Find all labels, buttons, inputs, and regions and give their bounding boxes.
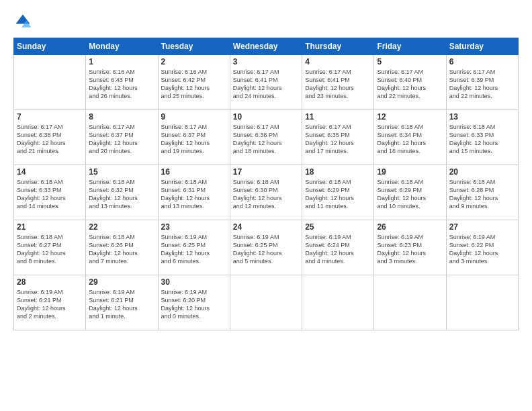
day-number: 24 (233, 222, 299, 232)
day-info: Sunrise: 6:18 AM Sunset: 6:29 PM Dayligh… (305, 178, 371, 211)
day-info: Sunrise: 6:19 AM Sunset: 6:24 PM Dayligh… (305, 233, 371, 266)
day-number: 2 (161, 57, 227, 66)
day-number: 25 (305, 222, 371, 232)
calendar-cell: 21Sunrise: 6:18 AM Sunset: 6:27 PM Dayli… (14, 220, 86, 275)
day-info: Sunrise: 6:18 AM Sunset: 6:32 PM Dayligh… (89, 178, 154, 211)
day-number: 16 (161, 167, 227, 177)
day-info: Sunrise: 6:19 AM Sunset: 6:20 PM Dayligh… (161, 288, 227, 321)
calendar-cell: 25Sunrise: 6:19 AM Sunset: 6:24 PM Dayli… (302, 220, 374, 275)
day-number: 13 (449, 112, 515, 122)
calendar-cell: 22Sunrise: 6:18 AM Sunset: 6:26 PM Dayli… (86, 220, 158, 275)
calendar-cell: 11Sunrise: 6:17 AM Sunset: 6:35 PM Dayli… (302, 110, 374, 165)
calendar-cell: 4Sunrise: 6:17 AM Sunset: 6:41 PM Daylig… (302, 55, 374, 110)
day-info: Sunrise: 6:17 AM Sunset: 6:40 PM Dayligh… (377, 68, 443, 101)
day-number: 23 (161, 222, 227, 232)
day-info: Sunrise: 6:17 AM Sunset: 6:36 PM Dayligh… (233, 123, 299, 156)
day-number: 20 (449, 167, 515, 177)
day-number: 7 (17, 112, 83, 122)
calendar-cell: 14Sunrise: 6:18 AM Sunset: 6:33 PM Dayli… (14, 165, 86, 220)
weekday-header: Monday (86, 38, 158, 55)
calendar-header-row: SundayMondayTuesdayWednesdayThursdayFrid… (14, 38, 519, 55)
calendar-table: SundayMondayTuesdayWednesdayThursdayFrid… (13, 38, 519, 330)
calendar-cell: 17Sunrise: 6:18 AM Sunset: 6:30 PM Dayli… (230, 165, 302, 220)
day-info: Sunrise: 6:18 AM Sunset: 6:30 PM Dayligh… (233, 178, 299, 211)
calendar-cell: 12Sunrise: 6:18 AM Sunset: 6:34 PM Dayli… (374, 110, 446, 165)
calendar-cell (446, 275, 518, 330)
calendar-cell: 30Sunrise: 6:19 AM Sunset: 6:20 PM Dayli… (158, 275, 230, 330)
day-info: Sunrise: 6:17 AM Sunset: 6:35 PM Dayligh… (305, 123, 371, 156)
calendar-cell: 24Sunrise: 6:19 AM Sunset: 6:25 PM Dayli… (230, 220, 302, 275)
calendar-cell: 13Sunrise: 6:18 AM Sunset: 6:33 PM Dayli… (446, 110, 518, 165)
day-number: 8 (89, 112, 154, 122)
day-number: 12 (377, 112, 443, 122)
day-info: Sunrise: 6:18 AM Sunset: 6:26 PM Dayligh… (89, 233, 154, 266)
day-number: 29 (89, 277, 154, 287)
day-info: Sunrise: 6:18 AM Sunset: 6:34 PM Dayligh… (377, 123, 443, 156)
day-number: 15 (89, 167, 154, 177)
day-number: 5 (377, 57, 443, 66)
calendar-cell (374, 275, 446, 330)
calendar-cell: 2Sunrise: 6:16 AM Sunset: 6:42 PM Daylig… (158, 55, 230, 110)
day-info: Sunrise: 6:19 AM Sunset: 6:25 PM Dayligh… (161, 233, 227, 266)
day-number: 18 (305, 167, 371, 177)
day-info: Sunrise: 6:19 AM Sunset: 6:25 PM Dayligh… (233, 233, 299, 266)
calendar-cell: 18Sunrise: 6:18 AM Sunset: 6:29 PM Dayli… (302, 165, 374, 220)
logo (13, 12, 35, 31)
calendar-cell: 16Sunrise: 6:18 AM Sunset: 6:31 PM Dayli… (158, 165, 230, 220)
calendar-cell: 20Sunrise: 6:18 AM Sunset: 6:28 PM Dayli… (446, 165, 518, 220)
calendar-cell (230, 275, 302, 330)
calendar-cell: 23Sunrise: 6:19 AM Sunset: 6:25 PM Dayli… (158, 220, 230, 275)
day-number: 4 (305, 57, 371, 66)
day-number: 22 (89, 222, 154, 232)
calendar-cell: 15Sunrise: 6:18 AM Sunset: 6:32 PM Dayli… (86, 165, 158, 220)
day-info: Sunrise: 6:17 AM Sunset: 6:39 PM Dayligh… (449, 68, 515, 101)
calendar-cell: 10Sunrise: 6:17 AM Sunset: 6:36 PM Dayli… (230, 110, 302, 165)
day-info: Sunrise: 6:18 AM Sunset: 6:29 PM Dayligh… (377, 178, 443, 211)
calendar-week-row: 21Sunrise: 6:18 AM Sunset: 6:27 PM Dayli… (14, 220, 519, 275)
day-info: Sunrise: 6:16 AM Sunset: 6:43 PM Dayligh… (89, 68, 154, 101)
day-number: 28 (17, 277, 83, 287)
calendar-cell: 26Sunrise: 6:19 AM Sunset: 6:23 PM Dayli… (374, 220, 446, 275)
header (13, 12, 519, 31)
calendar-week-row: 7Sunrise: 6:17 AM Sunset: 6:38 PM Daylig… (14, 110, 519, 165)
day-number: 6 (449, 57, 515, 66)
day-number: 9 (161, 112, 227, 122)
day-info: Sunrise: 6:17 AM Sunset: 6:37 PM Dayligh… (161, 123, 227, 156)
day-number: 11 (305, 112, 371, 122)
weekday-header: Tuesday (158, 38, 230, 55)
calendar-week-row: 28Sunrise: 6:19 AM Sunset: 6:21 PM Dayli… (14, 275, 519, 330)
calendar-week-row: 14Sunrise: 6:18 AM Sunset: 6:33 PM Dayli… (14, 165, 519, 220)
calendar-cell: 28Sunrise: 6:19 AM Sunset: 6:21 PM Dayli… (14, 275, 86, 330)
day-info: Sunrise: 6:19 AM Sunset: 6:22 PM Dayligh… (449, 233, 515, 266)
calendar-cell (14, 55, 86, 110)
day-info: Sunrise: 6:18 AM Sunset: 6:31 PM Dayligh… (161, 178, 227, 211)
weekday-header: Thursday (302, 38, 374, 55)
day-number: 10 (233, 112, 299, 122)
day-info: Sunrise: 6:18 AM Sunset: 6:27 PM Dayligh… (17, 233, 83, 266)
day-info: Sunrise: 6:18 AM Sunset: 6:33 PM Dayligh… (17, 178, 83, 211)
logo-icon (13, 12, 32, 31)
day-number: 21 (17, 222, 83, 232)
calendar-week-row: 1Sunrise: 6:16 AM Sunset: 6:43 PM Daylig… (14, 55, 519, 110)
day-number: 14 (17, 167, 83, 177)
day-info: Sunrise: 6:19 AM Sunset: 6:21 PM Dayligh… (17, 288, 83, 321)
day-info: Sunrise: 6:17 AM Sunset: 6:38 PM Dayligh… (17, 123, 83, 156)
day-info: Sunrise: 6:16 AM Sunset: 6:42 PM Dayligh… (161, 68, 227, 101)
day-info: Sunrise: 6:19 AM Sunset: 6:23 PM Dayligh… (377, 233, 443, 266)
calendar-cell: 5Sunrise: 6:17 AM Sunset: 6:40 PM Daylig… (374, 55, 446, 110)
calendar-cell: 6Sunrise: 6:17 AM Sunset: 6:39 PM Daylig… (446, 55, 518, 110)
day-info: Sunrise: 6:18 AM Sunset: 6:33 PM Dayligh… (449, 123, 515, 156)
day-info: Sunrise: 6:17 AM Sunset: 6:41 PM Dayligh… (305, 68, 371, 101)
weekday-header: Sunday (14, 38, 86, 55)
page: SundayMondayTuesdayWednesdayThursdayFrid… (0, 0, 532, 411)
weekday-header: Saturday (446, 38, 518, 55)
calendar-cell (302, 275, 374, 330)
calendar-cell: 1Sunrise: 6:16 AM Sunset: 6:43 PM Daylig… (86, 55, 158, 110)
calendar-cell: 3Sunrise: 6:17 AM Sunset: 6:41 PM Daylig… (230, 55, 302, 110)
calendar-cell: 19Sunrise: 6:18 AM Sunset: 6:29 PM Dayli… (374, 165, 446, 220)
weekday-header: Wednesday (230, 38, 302, 55)
day-number: 26 (377, 222, 443, 232)
day-number: 19 (377, 167, 443, 177)
calendar-cell: 27Sunrise: 6:19 AM Sunset: 6:22 PM Dayli… (446, 220, 518, 275)
calendar-cell: 9Sunrise: 6:17 AM Sunset: 6:37 PM Daylig… (158, 110, 230, 165)
